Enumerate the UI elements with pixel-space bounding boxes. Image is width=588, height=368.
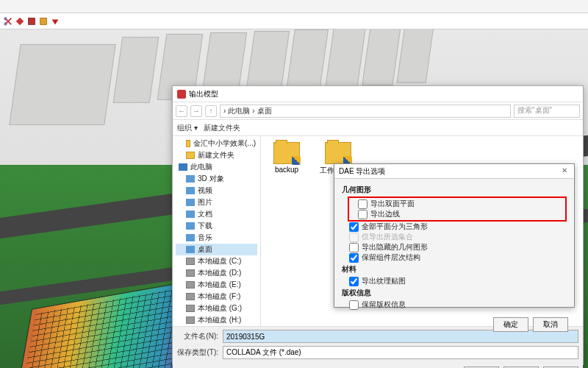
group-geometry: 几何图形 xyxy=(342,185,567,195)
group-credits: 版权信息 xyxy=(342,288,567,298)
svg-rect-2 xyxy=(29,18,35,24)
search-input[interactable]: 搜索"桌面" xyxy=(514,105,580,118)
folder-tree[interactable]: 金汇中小学效果(...)新建文件夹此电脑3D 对象视频图片文档下载音乐桌面本地磁… xyxy=(173,136,261,326)
tree-item[interactable]: 图片 xyxy=(176,197,257,208)
app-toolbar xyxy=(0,13,588,29)
breadcrumb[interactable]: › 此电脑 › 桌面 xyxy=(220,105,511,118)
filetype-label: 保存类型(T): xyxy=(177,347,218,358)
filetype-field[interactable]: COLLADA 文件 (*.dae) xyxy=(223,346,578,359)
tree-item[interactable]: 此电脑 xyxy=(176,161,257,173)
dialog-title: 输出模型 xyxy=(189,89,218,99)
dialog-toolbar: 组织 ▾ 新建文件夹 xyxy=(173,120,583,136)
nav-back-button[interactable]: ← xyxy=(176,105,187,117)
tree-item[interactable]: 本地磁盘 (G:) xyxy=(176,302,257,314)
cube-yellow-icon[interactable] xyxy=(38,16,49,26)
group-material: 材料 xyxy=(342,264,567,275)
new-folder-button[interactable]: 新建文件夹 xyxy=(204,123,240,133)
tree-item[interactable]: 金汇中小学效果(...) xyxy=(176,138,257,149)
diamond-icon[interactable] xyxy=(15,16,25,26)
dae-options-dialog: DAE 导出选项 ✕ 几何图形 导出双面平面 导出边线 全部平面分为三角形 仅导… xyxy=(334,163,575,308)
tree-item[interactable]: 本地磁盘 (F:) xyxy=(176,291,257,302)
chk-selection xyxy=(349,233,359,242)
tree-item[interactable]: 文档 xyxy=(176,208,257,220)
dialog-nav: ← → ↑ › 此电脑 › 桌面 搜索"桌面" xyxy=(173,102,583,120)
close-button[interactable]: ✕ xyxy=(559,166,570,177)
chk-hidden[interactable] xyxy=(349,243,359,252)
tree-item[interactable]: 3D 对象 xyxy=(176,173,257,185)
nav-forward-button[interactable]: → xyxy=(190,105,202,117)
tree-item[interactable]: 视频 xyxy=(176,185,257,197)
chk-credits[interactable] xyxy=(349,300,359,310)
folder-item[interactable]: backup xyxy=(268,142,305,174)
tree-item[interactable]: 桌面 xyxy=(176,244,257,255)
chk-triangulate[interactable] xyxy=(349,222,359,232)
chk-two-sided[interactable] xyxy=(358,199,368,209)
svg-rect-3 xyxy=(40,18,47,24)
tree-item[interactable]: 本地磁盘 (E:) xyxy=(176,279,257,291)
app-menubar xyxy=(0,0,588,13)
tree-item[interactable]: 下载 xyxy=(176,220,257,232)
chk-hierarchy[interactable] xyxy=(349,253,359,263)
filename-label: 文件名(N): xyxy=(177,331,218,342)
highlighted-options: 导出双面平面 导出边线 xyxy=(348,197,567,222)
tree-item[interactable]: 新建文件夹 xyxy=(176,149,257,161)
options-title: DAE 导出选项 xyxy=(339,166,385,177)
tree-item[interactable]: 本地磁盘 (D:) xyxy=(176,267,257,279)
nav-up-button[interactable]: ↑ xyxy=(205,105,217,117)
dialog-titlebar: 输出模型 xyxy=(173,86,583,102)
chk-textures[interactable] xyxy=(349,277,359,286)
chk-edges[interactable] xyxy=(358,210,368,219)
gem-icon[interactable] xyxy=(50,16,60,26)
app-icon xyxy=(177,90,186,99)
cube-red-icon[interactable] xyxy=(26,16,37,26)
scissors-icon[interactable] xyxy=(3,16,13,26)
tree-item[interactable]: 本地磁盘 (C:) xyxy=(176,255,257,267)
options-ok-button[interactable]: 确定 xyxy=(493,317,528,332)
tree-item[interactable]: 本地磁盘 (H:) xyxy=(176,314,257,326)
options-cancel-button[interactable]: 取消 xyxy=(533,317,568,332)
tree-item[interactable]: 音乐 xyxy=(176,232,257,244)
organize-menu[interactable]: 组织 ▾ xyxy=(177,123,198,133)
